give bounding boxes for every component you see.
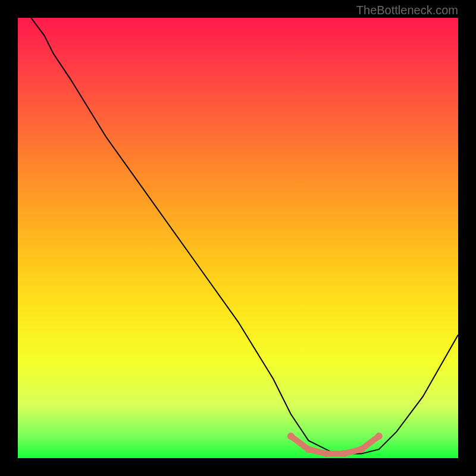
highlight-dot	[375, 433, 383, 440]
highlight-dot	[305, 446, 312, 453]
highlight-segment	[287, 433, 383, 458]
chart-gradient-area	[18, 18, 458, 458]
highlight-dot	[287, 433, 295, 440]
attribution-label: TheBottleneck.com	[356, 4, 458, 17]
chart-plot	[18, 18, 458, 458]
highlight-dot	[358, 446, 365, 453]
highlight-dot	[340, 450, 347, 458]
bottleneck-curve	[31, 18, 458, 454]
highlight-dot	[322, 450, 330, 458]
